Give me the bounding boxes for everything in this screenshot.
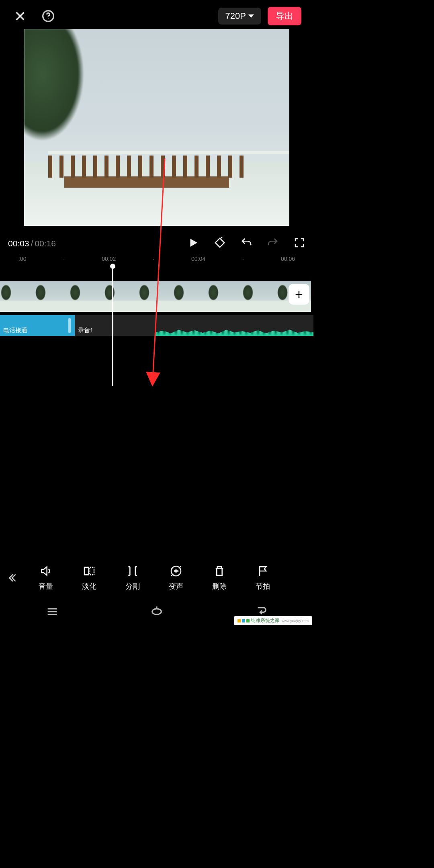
watermark-logo-icon	[237, 619, 241, 622]
delete-button[interactable]: 删除	[198, 565, 241, 591]
top-bar: 720P 导出	[0, 5, 313, 27]
toolbar-back-button[interactable]	[0, 558, 24, 598]
voice-change-icon	[170, 565, 182, 577]
help-button[interactable]	[40, 8, 56, 24]
volume-button[interactable]: 音量	[24, 565, 68, 591]
trash-icon	[213, 565, 226, 577]
undo-button[interactable]	[240, 237, 252, 250]
watermark: 纯净系统之家 www.ycwjqy.com	[234, 616, 312, 625]
waveform-icon	[155, 327, 313, 336]
redo-button[interactable]	[267, 237, 279, 250]
svg-rect-3	[84, 567, 89, 575]
ruler-mark: 00:06	[281, 256, 295, 262]
audio-tracks: 电话接通 录音1	[0, 315, 313, 336]
beat-button[interactable]: 节拍	[241, 565, 285, 591]
ruler-mark: 00:04	[191, 256, 205, 262]
preview-content	[24, 29, 84, 141]
clip-thumbnail[interactable]	[69, 281, 104, 312]
nav-menu-button[interactable]	[45, 605, 59, 620]
audio-clip-recording[interactable]: 录音1	[75, 315, 313, 336]
nav-home-button[interactable]	[150, 605, 164, 620]
clip-thumbnail[interactable]	[104, 281, 138, 312]
ruler-mark: 00:02	[102, 256, 116, 262]
svg-point-1	[48, 18, 49, 19]
current-time: 00:03	[8, 239, 29, 248]
audio-clip-phone[interactable]: 电话接通	[0, 315, 75, 336]
timeline-ruler[interactable]: :00 00:02 00:04 00:06	[0, 253, 313, 264]
video-track[interactable]	[0, 281, 313, 312]
add-clip-button[interactable]: +	[289, 284, 309, 305]
total-time: 00:16	[35, 239, 56, 248]
svg-rect-4	[90, 567, 94, 575]
resolution-selector[interactable]: 720P	[218, 8, 261, 25]
time-separator: /	[31, 239, 33, 248]
clip-thumbnail[interactable]	[173, 281, 207, 312]
edit-toolbar: 音量 淡化 分割 变声 删除 节拍	[0, 558, 313, 598]
split-icon	[126, 565, 139, 577]
keyframe-button[interactable]	[214, 237, 226, 250]
voice-change-button[interactable]: 变声	[154, 565, 198, 591]
clip-thumbnail[interactable]	[0, 281, 35, 312]
fade-button[interactable]: 淡化	[68, 565, 111, 591]
resolution-label: 720P	[225, 11, 246, 21]
timeline[interactable]: + 电话接通 录音1	[0, 281, 313, 386]
playhead[interactable]	[112, 265, 113, 386]
speaker-icon	[39, 565, 52, 577]
clip-thumbnail[interactable]	[138, 281, 173, 312]
video-preview[interactable]	[24, 29, 289, 226]
fade-icon	[83, 565, 96, 577]
clip-thumbnail[interactable]	[35, 281, 69, 312]
chevron-down-icon	[248, 14, 254, 18]
export-button[interactable]: 导出	[268, 7, 301, 25]
ruler-mark: :00	[18, 256, 26, 262]
clip-thumbnail[interactable]	[242, 281, 276, 312]
fullscreen-button[interactable]	[293, 237, 305, 250]
close-button[interactable]	[12, 8, 28, 24]
flag-icon	[256, 565, 269, 577]
play-button[interactable]	[187, 237, 199, 250]
split-button[interactable]: 分割	[111, 565, 154, 591]
clip-thumbnail[interactable]	[207, 281, 242, 312]
playback-bar: 00:03 / 00:16	[0, 232, 313, 255]
